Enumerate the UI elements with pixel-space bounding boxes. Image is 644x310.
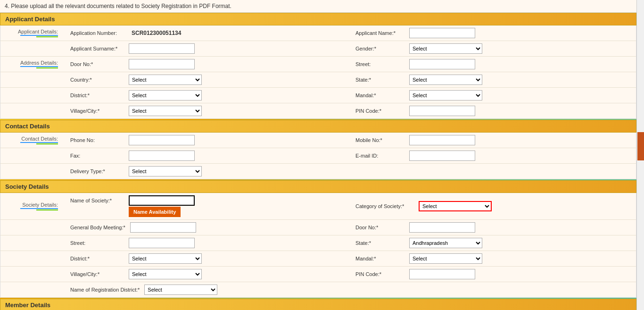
email-input[interactable] xyxy=(409,151,475,161)
mandal-group: Mandal:* Select xyxy=(349,89,634,102)
scrollbar-thumb[interactable] xyxy=(637,132,644,160)
country-state-row: Country:* SelectIndiaOther State:* Selec… xyxy=(0,72,636,88)
applicant-name-group: Applicant Name:* xyxy=(349,26,634,40)
state-select[interactable]: SelectAndhra PradeshTelangana xyxy=(409,75,482,85)
application-number-label: Application Number: xyxy=(66,29,127,37)
name-availability-button[interactable]: Name Availability xyxy=(129,207,181,217)
fax-input[interactable] xyxy=(129,151,195,161)
society-name-label: Name of Society:* xyxy=(66,197,127,204)
delivery-type-label: Delivery Type:* xyxy=(66,168,127,175)
society-district-select[interactable]: Select xyxy=(129,253,202,264)
delivery-type-group: Delivery Type:* SelectSpeed PostCourierH… xyxy=(64,165,634,178)
society-street-group: Street: xyxy=(64,236,349,250)
phone-no-input[interactable] xyxy=(129,135,195,145)
application-number-group: Application Number: SCR012300051134 xyxy=(64,27,349,39)
applicant-name-label: Applicant Name:* xyxy=(351,29,407,37)
door-no-label: Door No:* xyxy=(66,60,127,68)
applicant-surname-label: Applicant Surname:* xyxy=(66,45,127,52)
address-sidebar-label: Address Details: xyxy=(20,60,58,66)
society-state-label: State:* xyxy=(351,239,407,247)
mobile-no-input[interactable] xyxy=(409,135,475,145)
society-sidebar-label: Society Details: xyxy=(22,202,58,208)
pin-code-label: PIN Code:* xyxy=(351,107,407,115)
fax-label: Fax: xyxy=(66,152,127,159)
applicant-section-header: Applicant Details xyxy=(0,13,636,25)
reg-district-select[interactable]: Select xyxy=(144,285,217,295)
mandal-select[interactable]: Select xyxy=(409,90,482,101)
surname-gender-row: Applicant Surname:* Gender:* SelectMaleF… xyxy=(0,41,636,57)
village-select[interactable]: Select xyxy=(129,106,202,116)
applicant-sidebar-label: Applicant Details: xyxy=(18,29,58,34)
address-door-street-row: Address Details: Door No:* Street: xyxy=(0,57,636,72)
state-label: State:* xyxy=(351,76,407,84)
district-group: District:* Select xyxy=(64,89,349,102)
society-name-input[interactable] xyxy=(129,195,195,206)
society-district-group: District:* Select xyxy=(64,252,349,265)
category-label: Category of Society:* xyxy=(351,202,417,210)
country-label: Country:* xyxy=(66,76,127,84)
surname-group: Applicant Surname:* xyxy=(64,42,349,55)
society-door-label: Door No:* xyxy=(351,224,407,231)
country-select[interactable]: SelectIndiaOther xyxy=(129,75,202,85)
society-district-mandal-row: District:* Select Mandal:* Select xyxy=(0,251,636,267)
society-state-select[interactable]: AndhrapradeshTelangana xyxy=(409,238,482,248)
category-select[interactable]: SelectType AType B xyxy=(419,201,492,211)
society-district-label: District:* xyxy=(66,255,127,262)
applicant-section-body: Applicant Details: Application Number: S… xyxy=(0,25,636,119)
phone-group: Phone No: xyxy=(64,134,349,147)
applicant-details-row: Applicant Details: Application Number: S… xyxy=(0,25,636,41)
society-pin-input[interactable] xyxy=(409,269,475,279)
applicant-details-section: Applicant Details Applicant Details: App… xyxy=(0,13,636,119)
phone-no-label: Phone No: xyxy=(66,136,127,144)
village-label: Village/City:* xyxy=(66,107,127,115)
gbm-input[interactable] xyxy=(130,222,196,233)
society-pin-group: PIN Code:* xyxy=(349,268,634,281)
society-mandal-select[interactable]: Select xyxy=(409,253,482,264)
street-input[interactable] xyxy=(409,59,475,69)
district-select[interactable]: Select xyxy=(129,90,202,101)
delivery-type-row: Delivery Type:* SelectSpeed PostCourierH… xyxy=(0,164,636,179)
pin-code-group: PIN Code:* xyxy=(349,104,634,117)
society-village-group: Village/City:* Select xyxy=(64,268,349,281)
member-section-header: Member Details xyxy=(0,299,636,310)
door-no-input[interactable] xyxy=(129,59,195,69)
society-section-header: Society Details xyxy=(0,180,636,193)
contact-section-header: Contact Details xyxy=(0,120,636,133)
gbm-group: General Body Meeting:* xyxy=(64,221,349,234)
gender-group: Gender:* SelectMaleFemaleOther xyxy=(349,42,634,55)
gbm-label: General Body Meeting:* xyxy=(66,224,128,231)
mobile-no-label: Mobile No:* xyxy=(351,136,407,144)
notice-text: 4. Please upload all the relevant docume… xyxy=(5,3,231,9)
delivery-type-select[interactable]: SelectSpeed PostCourierHand Delivery xyxy=(129,166,202,176)
category-group: Category of Society:* SelectType AType B xyxy=(349,200,634,213)
mandal-label: Mandal:* xyxy=(351,92,407,99)
fax-email-row: Fax: E-mail ID: xyxy=(0,148,636,164)
scrollbar[interactable] xyxy=(636,0,644,310)
society-door-input[interactable] xyxy=(409,222,475,233)
village-group: Village/City:* Select xyxy=(64,104,349,117)
contact-sidebar-label: Contact Details: xyxy=(21,136,58,142)
gender-select[interactable]: SelectMaleFemaleOther xyxy=(409,43,482,54)
society-village-select[interactable]: Select xyxy=(129,269,202,279)
reg-district-label: Name of Registration District:* xyxy=(66,286,142,293)
society-name-group: Name of Society:* Name Availability xyxy=(64,194,349,218)
society-section-body: Society Details: Name of Society:* Name … xyxy=(0,193,636,298)
fax-group: Fax: xyxy=(64,149,349,162)
email-group: E-mail ID: xyxy=(349,149,634,162)
society-street-input[interactable] xyxy=(129,238,195,248)
street-label: Street: xyxy=(351,60,407,68)
applicant-surname-input[interactable] xyxy=(129,43,195,54)
email-label: E-mail ID: xyxy=(351,152,407,159)
society-sidebar: Society Details: xyxy=(0,200,62,212)
door-no-group: Door No:* xyxy=(64,58,349,71)
society-pin-label: PIN Code:* xyxy=(351,270,407,278)
state-group: State:* SelectAndhra PradeshTelangana xyxy=(349,73,634,86)
phone-mobile-row: Contact Details: Phone No: Mobile No:* xyxy=(0,133,636,148)
reg-district-row: Name of Registration District:* Select xyxy=(0,282,636,297)
society-details-section: Society Details Society Details: Name of… xyxy=(0,180,636,298)
member-details-section: Member Details Member Details: Member Na… xyxy=(0,299,636,310)
pin-code-input[interactable] xyxy=(409,106,475,116)
district-mandal-row: District:* Select Mandal:* Select xyxy=(0,88,636,103)
applicant-name-input[interactable] xyxy=(409,28,475,38)
contact-section-body: Contact Details: Phone No: Mobile No:* xyxy=(0,133,636,179)
